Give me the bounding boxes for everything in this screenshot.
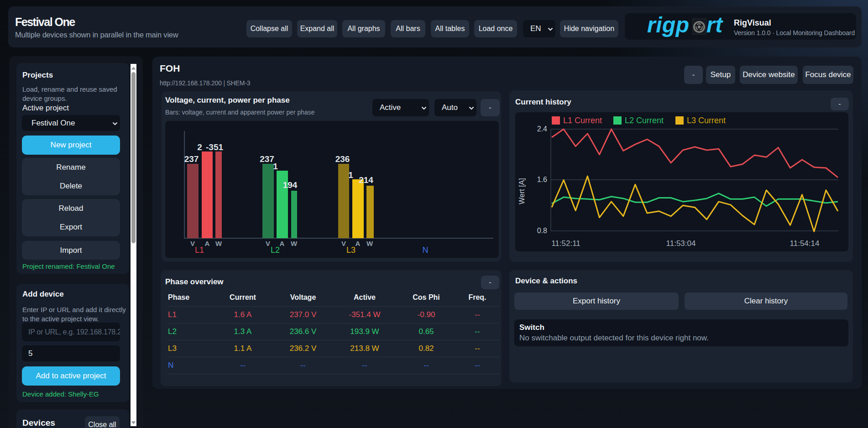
svg-text:236: 236	[335, 154, 350, 164]
svg-text:1: 1	[348, 170, 353, 180]
svg-text:214: 214	[359, 175, 373, 185]
svg-text:W: W	[366, 240, 373, 247]
svg-text:V: V	[266, 240, 270, 247]
svg-text:1.6: 1.6	[537, 176, 547, 183]
svg-text:L2 Current: L2 Current	[625, 116, 664, 125]
svg-text:2: 2	[197, 142, 202, 152]
svg-text:1: 1	[273, 162, 278, 171]
svg-text:237: 237	[184, 154, 199, 164]
svg-text:2.4: 2.4	[537, 125, 547, 133]
svg-text:A: A	[205, 240, 210, 247]
svg-text:L2: L2	[271, 245, 280, 255]
svg-text:N: N	[423, 245, 429, 255]
svg-text:rigp: rigp	[647, 14, 690, 37]
svg-text:11:53:04: 11:53:04	[666, 239, 696, 248]
svg-text:L1: L1	[195, 245, 204, 255]
svg-text:L3: L3	[346, 245, 356, 255]
svg-text:237: 237	[260, 154, 274, 164]
svg-text:0.8: 0.8	[537, 227, 547, 235]
svg-text:L1 Current: L1 Current	[563, 116, 602, 125]
svg-text:A: A	[356, 240, 361, 247]
svg-text:11:52:11: 11:52:11	[551, 239, 580, 248]
svg-text:L3 Current: L3 Current	[687, 116, 726, 125]
svg-text:V: V	[341, 240, 346, 247]
svg-text:11:54:14: 11:54:14	[790, 239, 820, 248]
svg-text:Wert [A]: Wert [A]	[518, 178, 526, 204]
svg-text:rt: rt	[706, 14, 723, 37]
svg-text:V: V	[190, 240, 195, 247]
svg-text:194: 194	[283, 180, 298, 190]
svg-text:-351: -351	[206, 142, 223, 152]
svg-text:W: W	[215, 240, 222, 247]
svg-text:A: A	[280, 240, 285, 247]
svg-text:W: W	[291, 240, 298, 247]
